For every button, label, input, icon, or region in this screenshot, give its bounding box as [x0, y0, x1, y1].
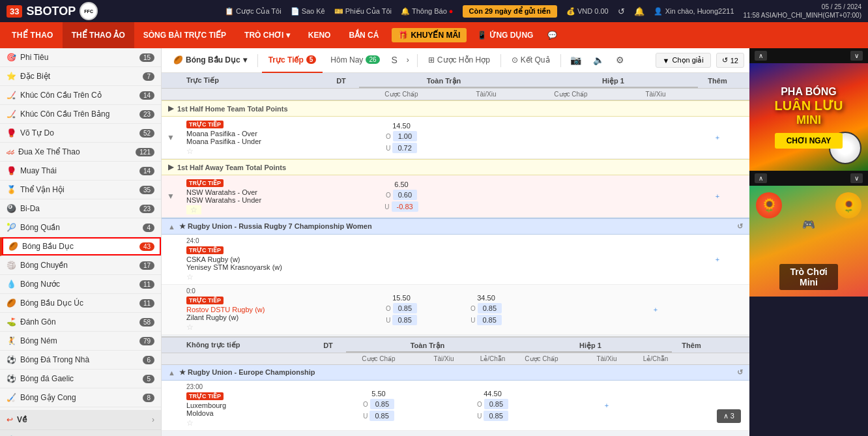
sidebar-item-khuc-con-cau-co[interactable]: 🏒 Khúc Côn Cầu Trên Cỏ 14 [0, 86, 161, 105]
live-button[interactable]: Trực Tiếp 5 [262, 48, 323, 73]
match-row-nsw: ▼ TRỰC TIẾP NSW Waratahs - Over NSW Wara… [162, 175, 749, 218]
play-now-btn[interactable]: CHƠI NGAY [775, 133, 843, 149]
rostov-chap: 15.50 O0.85 U0.85 [359, 294, 444, 325]
billiards-icon: 🎱 [7, 204, 16, 213]
rostov-more[interactable]: + [613, 306, 698, 313]
sidebar-item-dac-biet[interactable]: ⭐ Đặc Biệt 7 [0, 67, 161, 86]
chat-icon[interactable]: 💬 [542, 22, 562, 48]
settings-button[interactable]: ⚙ [611, 48, 629, 73]
sidebar-item-the-van-hoi[interactable]: 🏅 Thể Vận Hội 35 [0, 181, 161, 199]
squash-icon: 🎾 [7, 223, 16, 232]
nsw-handicap: 6.50 O0.60 U-0.83 [359, 181, 444, 212]
nav-item-the-thao[interactable]: THỂ THAO [3, 22, 63, 48]
expand-btn2[interactable]: ▼ [167, 192, 186, 201]
scroll-top-button[interactable]: ∧ 3 [717, 409, 741, 423]
pha-bong-title: PHA BÓNG [781, 85, 837, 98]
nav-item-keno[interactable]: KENO [299, 22, 340, 48]
section-home-total: ▶ 1st Half Home Team Total Points [162, 100, 749, 117]
tro-choi-mini-banner[interactable]: 🌻 🌻 🎮 Trò Chơi Mini [749, 186, 868, 297]
pha-bong-banner[interactable]: PHA BÓNG LUÂN LƯU MINI CHƠI NGAY [749, 63, 868, 171]
section-icon1: ▶ [168, 104, 173, 113]
sound-button[interactable]: 🔈 [588, 48, 609, 73]
sidebar-item-bong-bau-duc-uc[interactable]: 🏉 Bóng Bầu Dục Úc 11 [0, 294, 161, 313]
col-hiep1: Hiệp 1 [528, 77, 698, 88]
sidebar-item-bong-quan[interactable]: 🎾 Bóng Quần 4 [0, 218, 161, 237]
sport-dropdown[interactable]: 🏉 Bóng Bầu Dục ▾ [167, 48, 253, 73]
phieu-cua-toi-link[interactable]: 🎫 Phiếu Của Tôi [334, 7, 392, 16]
star-luxembourg[interactable]: ☆ [186, 418, 194, 428]
refresh-russia[interactable]: ↺ [737, 222, 743, 231]
sidebar-item-bong-da-trong-nha[interactable]: ⚽ Bóng Đá Trong Nhà 6 [0, 351, 161, 370]
match-row-cska: 24:0 TRỰC TIẾP CSKA Rugby (w) Yenisey ST… [162, 235, 749, 285]
sidebar-item-bong-da-gaelic[interactable]: ⚽ Bóng đá Gaelic 5 [0, 370, 161, 388]
banner2-expand[interactable]: ∨ [850, 173, 863, 183]
match-info-nsw: TRỰC TIẾP NSW Waratahs - Over NSW Warata… [186, 178, 323, 214]
sub-nav: 🏉 Bóng Bầu Dục ▾ Trực Tiếp 5 Hôm Nay 26 … [162, 48, 749, 73]
sidebar-item-khuc-con-cau-bang[interactable]: 🏒 Khúc Côn Cầu Trên Bảng 23 [0, 105, 161, 124]
results-button[interactable]: ⊙ Kết Quả [505, 48, 557, 73]
sidebar-item-phi-tieu[interactable]: 🎯 Phi Tiêu 15 [0, 48, 161, 67]
cuoc-cua-toi-link[interactable]: 📋 Cược Của Tôi [225, 7, 282, 16]
banner-expand[interactable]: ∨ [850, 51, 863, 61]
star-rostov[interactable]: ☆ [186, 323, 194, 332]
promo-button[interactable]: Còn 29 ngày để gửi tiền [463, 5, 558, 18]
sidebar-item-danh-gon[interactable]: ⛳ Đánh Gôn 58 [0, 313, 161, 332]
banner2-collapse[interactable]: ∧ [755, 173, 767, 183]
sidebar-item-vo-tu-do[interactable]: 🥊 Võ Tự Do 52 [0, 124, 161, 143]
futsal-icon: ⚽ [7, 355, 16, 364]
live-badge4: TRỰC TIẾP [186, 297, 224, 304]
table-header-row1: Trực Tiếp DT Toàn Trận Hiệp 1 Thêm [162, 73, 749, 89]
filter-button[interactable]: ▼ Chọn giải [656, 53, 711, 68]
match-info-rostov: 0:0 TRỰC TIẾP Rostov DSTU Rugby (w) Zila… [186, 287, 323, 332]
sao-ke-link[interactable]: 📄 Sao Kê [291, 7, 325, 16]
nav-item-ung-dung[interactable]: 📱 ỨNG DỤNG [470, 22, 540, 48]
nav-item-tro-choi[interactable]: TRÒ CHƠI ▾ [235, 22, 299, 48]
bell-icon2[interactable]: 🔔 [634, 7, 644, 16]
right-banner: ∧ ∨ PHA BÓNG LUÂN LƯU MINI CHƠI NGAY ∧ ∨… [749, 48, 868, 436]
nav-item-the-thao-ao[interactable]: THỂ THAO ẢO [63, 22, 134, 48]
cska-more[interactable]: + [698, 255, 737, 263]
team2-nsw: NSW Waratahs - Under [186, 196, 323, 204]
nav-item-song-bai[interactable]: SÒNG BÀI TRỰC TIẾP [134, 22, 235, 48]
gaelic-icon: ⚽ [7, 374, 16, 383]
star-nsw[interactable]: ☆ [186, 205, 201, 214]
section-icon2: ▶ [168, 163, 173, 171]
expand-europe[interactable]: ▲ [168, 369, 175, 377]
team1-moana: Moana Pasifika - Over [186, 130, 323, 138]
mix-bet-button[interactable]: ⊞ Cược Hỗn Hợp [422, 48, 497, 73]
banner-collapse[interactable]: ∧ [755, 51, 767, 61]
today-button[interactable]: Hôm Nay 26 [324, 48, 386, 73]
sidebar-ve[interactable]: ↩ Về › [0, 410, 161, 429]
star-cska[interactable]: ☆ [186, 272, 194, 282]
more-dates-button[interactable]: S [388, 48, 401, 73]
expand-russia[interactable]: ▲ [168, 223, 175, 231]
sidebar-cuoc-cua-toi[interactable]: 📋 Cược Của Tôi ⌄ [0, 429, 161, 436]
sidebar-item-bong-chuyen[interactable]: 🏐 Bóng Chuyền 17 [0, 256, 161, 275]
refresh-button[interactable]: ↺ 12 [716, 53, 744, 68]
ticket-icon: 🎫 [334, 7, 343, 16]
sidebar-item-bong-gay-cong[interactable]: 🏑 Bóng Gậy Cong 8 [0, 388, 161, 407]
team2-rostov: Zilant Rugby (w) [186, 313, 323, 321]
moana-more[interactable]: + [698, 134, 737, 141]
lux-more[interactable]: + [574, 401, 639, 409]
nsw-more[interactable]: + [698, 192, 737, 200]
refresh-icon[interactable]: ↺ [618, 7, 625, 16]
sidebar-item-bong-nem[interactable]: 🤾 Bóng Ném 79 [0, 332, 161, 351]
nav-item-ban-ca[interactable]: BẮN CÁ [340, 22, 388, 48]
next-dates-button[interactable]: › [403, 48, 413, 73]
volleyball-icon: 🏐 [7, 261, 16, 270]
expand-btn[interactable]: ▼ [167, 133, 186, 142]
sidebar-item-muay-thai[interactable]: 🥊 Muay Thái 14 [0, 162, 161, 181]
top-bar: 33 SBOTOP FFC 📋 Cược Của Tôi 📄 Sao Kê 🎫 … [0, 0, 868, 22]
sidebar-item-bi-da[interactable]: 🎱 Bi-Da 23 [0, 199, 161, 218]
nav-item-khuyen-mai[interactable]: 🎁 KHUYẾN MÃI [392, 28, 467, 42]
refresh-europe[interactable]: ↺ [737, 368, 743, 377]
sidebar-item-bong-bau-duc[interactable]: 🏉 Bóng Bầu Dục 43 [0, 237, 161, 256]
star-moana[interactable]: ☆ [186, 147, 194, 156]
sidebar-item-dua-xe[interactable]: 🏎 Đua Xe Thể Thao 121 [0, 143, 161, 162]
sidebar-item-bong-nuoc[interactable]: 💧 Bóng Nước 11 [0, 275, 161, 294]
team1-rostov: Rostov DSTU Rugby (w) [186, 306, 323, 313]
camera-button[interactable]: 📷 [565, 48, 586, 73]
thong-bao-link[interactable]: 🔔 Thông Báo● [401, 7, 453, 16]
user-greeting: 👤 Xin chào, Huong2211 [654, 7, 734, 16]
